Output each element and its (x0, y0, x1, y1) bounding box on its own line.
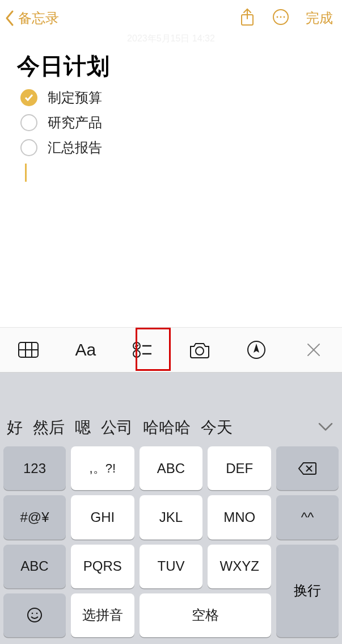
checklist-item-text[interactable]: 汇总报告 (48, 139, 102, 157)
chevron-left-icon (3, 9, 16, 27)
more-button[interactable] (272, 8, 290, 28)
key-emoticon[interactable]: ^^ (276, 495, 339, 539)
table-button[interactable] (0, 328, 57, 372)
key-tuv[interactable]: TUV (140, 545, 203, 588)
expand-suggestions-button[interactable] (316, 417, 335, 436)
svg-point-12 (133, 350, 140, 357)
key-emoji[interactable] (3, 593, 66, 637)
note-body[interactable]: 今日计划 制定预算 研究产品 汇总报告 (0, 45, 342, 182)
svg-point-5 (284, 16, 285, 18)
checklist-item[interactable]: 研究产品 (20, 114, 325, 132)
dismiss-keyboard-button[interactable] (285, 328, 343, 372)
checklist-item-text[interactable]: 制定预算 (48, 89, 102, 107)
suggestion[interactable]: 然后 (33, 417, 65, 438)
checkbox-empty-icon[interactable] (20, 139, 37, 156)
checklist-item-text[interactable]: 研究产品 (48, 114, 102, 132)
key-pqrs[interactable]: PQRS (71, 545, 134, 588)
key-jkl[interactable]: JKL (140, 495, 203, 539)
suggestion[interactable]: 嗯 (75, 417, 91, 438)
suggestion[interactable]: 好 (7, 417, 23, 438)
svg-point-22 (36, 613, 38, 614)
suggestion[interactable]: 公司 (101, 417, 133, 438)
text-cursor (25, 164, 27, 182)
key-symbols[interactable]: #@¥ (3, 495, 66, 539)
format-toolbar: Aa (0, 327, 342, 373)
suggestion-bar: 好 然后 嗯 公司 哈哈哈 今天 (0, 373, 342, 446)
key-switch-abc[interactable]: ABC (3, 545, 66, 588)
key-numeric[interactable]: 123 (3, 446, 66, 490)
key-wxyz[interactable]: WXYZ (208, 545, 271, 588)
key-ghi[interactable]: GHI (71, 495, 134, 539)
keypad: 123 ,。?! ABC DEF #@¥ GHI JKL MNO ^^ ABC … (0, 446, 342, 644)
key-select-pinyin[interactable]: 选拼音 (71, 593, 134, 637)
key-abc[interactable]: ABC (140, 446, 203, 490)
svg-point-20 (28, 608, 41, 622)
markup-button[interactable] (228, 328, 285, 372)
key-space[interactable]: 空格 (140, 593, 271, 637)
svg-point-14 (196, 347, 204, 355)
checkbox-empty-icon[interactable] (20, 114, 37, 131)
key-enter[interactable]: 换行 (276, 545, 339, 638)
nav-bar: 备忘录 完成 (0, 0, 342, 36)
checkbox-checked-icon[interactable] (20, 89, 37, 106)
checklist-button[interactable] (114, 328, 171, 372)
text-style-button[interactable]: Aa (57, 328, 115, 372)
key-backspace[interactable] (276, 446, 339, 490)
note-title[interactable]: 今日计划 (17, 51, 325, 82)
share-button[interactable] (239, 7, 256, 29)
suggestion[interactable]: 今天 (201, 417, 233, 438)
svg-point-4 (280, 16, 282, 18)
back-button[interactable]: 备忘录 (3, 9, 59, 27)
checklist-item[interactable]: 汇总报告 (20, 139, 325, 157)
svg-point-3 (277, 16, 278, 18)
done-button[interactable]: 完成 (306, 9, 333, 27)
checklist-item[interactable]: 制定预算 (20, 89, 325, 107)
svg-point-21 (32, 613, 33, 614)
date-watermark: 2023年5月15日 14:32 (0, 33, 342, 45)
suggestion[interactable]: 哈哈哈 (143, 417, 191, 438)
svg-point-10 (133, 342, 140, 349)
key-punct[interactable]: ,。?! (71, 446, 134, 490)
key-def[interactable]: DEF (208, 446, 271, 490)
key-mno[interactable]: MNO (208, 495, 271, 539)
keyboard: 好 然后 嗯 公司 哈哈哈 今天 123 ,。?! ABC DEF #@¥ GH… (0, 373, 342, 644)
camera-button[interactable] (171, 328, 229, 372)
back-label: 备忘录 (18, 9, 59, 27)
